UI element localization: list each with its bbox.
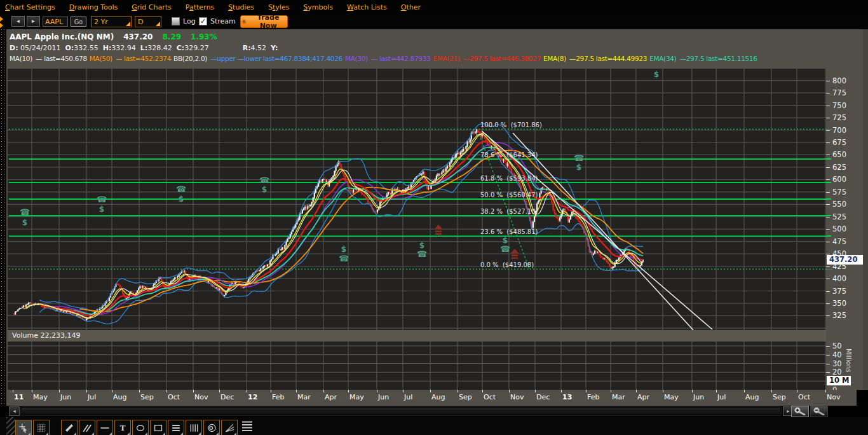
tool-parallel-lines[interactable]	[79, 420, 95, 435]
tool-grid[interactable]	[33, 420, 50, 435]
volume-plot[interactable]	[8, 342, 826, 390]
x-label: 11	[14, 393, 24, 401]
x-label: May	[664, 393, 679, 401]
tool-vertical-lines[interactable]	[186, 420, 202, 435]
x-label: May	[349, 393, 364, 401]
x-tick	[403, 390, 403, 392]
price-tick	[826, 204, 830, 205]
symbol-input[interactable]	[43, 17, 68, 27]
x-label: May	[33, 393, 48, 401]
price-label: 375	[832, 287, 846, 296]
tool-rectangle[interactable]	[150, 420, 166, 435]
ohlc-l-: L:328.42	[140, 44, 172, 52]
earnings-call-icon: ☎	[574, 153, 584, 163]
tool-fan-lines[interactable]	[221, 420, 238, 435]
zoom-out-button[interactable]	[810, 406, 828, 417]
earnings-call-icon: ☎	[417, 249, 427, 259]
dividend-icon: $	[503, 236, 508, 245]
menu-watch-lists[interactable]: Watch Lists	[347, 3, 387, 11]
stream-checkbox[interactable]: ✓Stream	[199, 17, 236, 25]
period-dropdown[interactable]: D	[135, 16, 161, 27]
menu-studies[interactable]: Studies	[228, 3, 254, 11]
go-button[interactable]: Go	[71, 17, 86, 27]
price-label: 600	[832, 175, 846, 184]
x-label: Dec	[220, 393, 234, 401]
dividend-icon: $	[22, 218, 27, 227]
main-plot[interactable]: ☎$☎$☎$☎$$☎$☎$☎☎$$100.0 % ($701.86)78.6 %…	[8, 69, 826, 330]
volume-tick	[826, 346, 830, 347]
zoom-in-button[interactable]	[791, 406, 809, 417]
chart-forward-button[interactable]: ►	[27, 16, 40, 27]
price-axis[interactable]: 8007757507257006756506256005755505255004…	[826, 29, 868, 390]
volume-label: 30	[832, 359, 842, 368]
x-tick	[458, 390, 458, 392]
scroll-left-button[interactable]: ◄	[9, 406, 20, 416]
price-change: 8.29	[162, 32, 181, 41]
price-tick	[826, 81, 830, 81]
price-tick	[826, 303, 830, 304]
menu-chart-settings[interactable]: Chart Settings	[5, 3, 55, 11]
panel-collapse-handle[interactable]	[0, 15, 5, 28]
tool-horizontal-line[interactable]	[97, 420, 113, 435]
x-tick	[193, 390, 194, 392]
indicator-ema-34-: EMA(34) —297.5 last=451.11516	[649, 55, 759, 62]
price-tick	[826, 229, 830, 230]
x-axis[interactable]: 11MayJunJulAugSepOctNovDec12FebMarAprMay…	[6, 390, 857, 406]
collapse-arrow-icon	[0, 17, 3, 22]
tool-fib-circles[interactable]	[203, 420, 220, 435]
menu-grid-charts[interactable]: Grid Charts	[132, 3, 172, 11]
menu-symbols[interactable]: Symbols	[303, 3, 333, 11]
tool-pointer[interactable]	[15, 420, 32, 435]
x-tick	[377, 390, 377, 392]
volume-unit-label: Millions	[845, 349, 852, 372]
menu-drawing-tools[interactable]: Drawing Tools	[69, 3, 118, 11]
trade-now-burst-icon: ✳	[241, 18, 247, 26]
ohlc-d-: D: 05/24/2011	[10, 44, 60, 52]
tool-ellipse[interactable]	[132, 420, 149, 435]
menu-patterns[interactable]: Patterns	[186, 3, 214, 11]
earnings-call-icon: ☎	[259, 176, 269, 185]
x-label: Oct	[484, 393, 496, 401]
left-dotted-strip	[0, 29, 6, 417]
log-checkbox[interactable]: Log	[172, 17, 196, 25]
dividend-icon: $	[99, 205, 104, 214]
dropdown-corner-icon	[156, 22, 160, 26]
tool-fib-retracement[interactable]	[168, 420, 184, 435]
dropdown-corner-icon	[126, 22, 130, 26]
scrollbar-thumb[interactable]	[22, 408, 780, 415]
fib-label: 100.0 % ($701.86)	[480, 121, 542, 128]
x-label: Mar	[297, 393, 311, 401]
tool-menu[interactable]	[239, 418, 255, 434]
x-tick	[271, 390, 271, 392]
price-tick	[826, 192, 830, 193]
axis-corner	[857, 390, 868, 406]
x-tick	[323, 390, 324, 392]
drawing-toolbar: T	[0, 417, 868, 435]
checkmark-icon: ✓	[199, 17, 207, 25]
menu-styles[interactable]: Styles	[268, 3, 289, 11]
period-value: D	[138, 18, 143, 26]
toolbar: ◄ ► Go 2 Yr D Log ✓Stream ✳Trade Now	[0, 14, 868, 29]
range-dropdown[interactable]: 2 Yr	[91, 16, 132, 27]
fib-axis-tick-dotted	[826, 129, 832, 130]
trade-now-button[interactable]: ✳Trade Now	[240, 15, 288, 28]
price-tick	[826, 118, 830, 118]
chart-back-button[interactable]: ◄	[11, 16, 25, 27]
log-label: Log	[183, 17, 196, 25]
x-label: Apr	[325, 393, 337, 401]
volume-badge: 10 M	[827, 376, 851, 385]
x-tick	[716, 390, 717, 392]
range-value: 2 Yr	[94, 18, 108, 26]
tool-trendline[interactable]	[61, 420, 78, 435]
scrollbar-track[interactable]	[20, 406, 782, 416]
fib-label: 38.2 % ($527.10)	[480, 208, 538, 215]
price-label: 400	[832, 274, 846, 283]
price-tick	[826, 242, 830, 242]
x-tick	[535, 390, 536, 392]
x-tick	[797, 390, 797, 392]
menu-other[interactable]: Other	[401, 3, 421, 11]
x-tick	[296, 390, 297, 392]
price-label: 750	[832, 101, 846, 110]
x-tick	[139, 390, 140, 392]
tool-text[interactable]: T	[114, 420, 131, 435]
